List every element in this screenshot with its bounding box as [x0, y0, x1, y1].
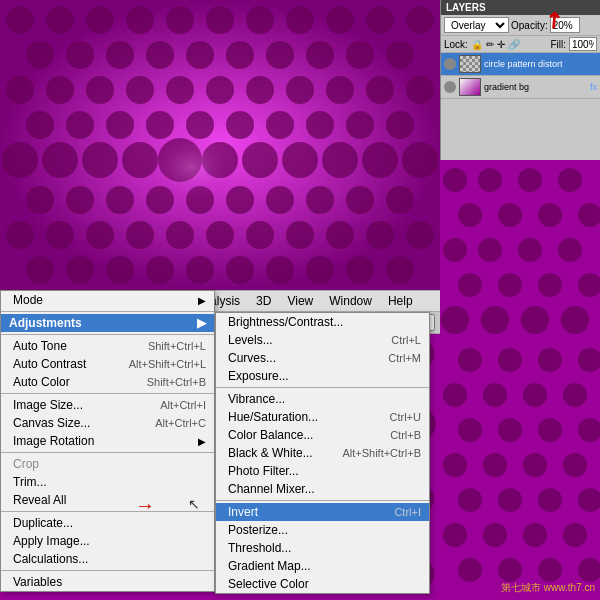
menu-item-canvas-size[interactable]: Canvas Size... Alt+Ctrl+C: [1, 414, 214, 432]
svg-point-185: [538, 348, 562, 372]
menu-split: Mode ▶ Adjustments ▶ Auto Tone Shift+Ctr…: [1, 291, 214, 591]
svg-point-24: [46, 76, 74, 104]
svg-point-188: [483, 383, 507, 407]
svg-point-19: [266, 41, 294, 69]
svg-point-174: [558, 238, 582, 262]
svg-point-22: [386, 41, 414, 69]
menu-item-calculations[interactable]: Calculations...: [1, 550, 214, 568]
adjustments-arrow: ▶: [197, 316, 206, 330]
svg-point-180: [481, 306, 509, 334]
dot-pattern-svg-top: [0, 0, 440, 290]
opacity-label: Opacity:: [511, 20, 548, 31]
svg-point-13: [26, 41, 54, 69]
submenu-posterize[interactable]: Posterize...: [216, 521, 429, 539]
svg-point-76: [26, 256, 54, 284]
svg-point-56: [66, 186, 94, 214]
sep3: [1, 393, 214, 394]
menu-item-duplicate[interactable]: Duplicate...: [1, 514, 214, 532]
svg-point-71: [246, 221, 274, 249]
svg-point-14: [66, 41, 94, 69]
menu-item-trim[interactable]: Trim...: [1, 473, 214, 491]
layer-item-circle[interactable]: circle pattern distort: [441, 53, 600, 76]
svg-point-166: [558, 168, 582, 192]
menu-item-crop[interactable]: Crop: [1, 455, 214, 473]
svg-point-201: [538, 488, 562, 512]
svg-point-204: [483, 523, 507, 547]
svg-point-206: [563, 523, 587, 547]
menu-item-auto-tone[interactable]: Auto Tone Shift+Ctrl+L: [1, 337, 214, 355]
svg-point-65: [6, 221, 34, 249]
move-icon[interactable]: ✛: [497, 39, 505, 50]
submenu-brightness[interactable]: Brightness/Contrast...: [216, 313, 429, 331]
sep4: [1, 452, 214, 453]
svg-point-66: [46, 221, 74, 249]
menu-item-auto-contrast[interactable]: Auto Contrast Alt+Shift+Ctrl+L: [1, 355, 214, 373]
fill-input[interactable]: [569, 37, 597, 51]
svg-point-168: [498, 203, 522, 227]
menu-item-apply-image[interactable]: Apply Image...: [1, 532, 214, 550]
menu-item-variables[interactable]: Variables: [1, 573, 214, 591]
opacity-input[interactable]: [550, 17, 580, 33]
svg-point-18: [226, 41, 254, 69]
svg-point-12: [406, 6, 434, 34]
menubar-item-window[interactable]: Window: [321, 292, 380, 310]
svg-point-193: [538, 418, 562, 442]
menu-item-image-rotation[interactable]: Image Rotation ▶: [1, 432, 214, 450]
svg-point-197: [523, 453, 547, 477]
submenu-levels[interactable]: Levels... Ctrl+L: [216, 331, 429, 349]
bottom-right-canvas: [440, 160, 600, 600]
submenu-invert[interactable]: Invert Ctrl+I: [216, 503, 429, 521]
svg-point-55: [26, 186, 54, 214]
layer-eye-1[interactable]: [444, 58, 456, 70]
svg-point-163: [443, 168, 467, 192]
svg-point-209: [538, 558, 562, 582]
menubar-item-3d[interactable]: 3D: [248, 292, 279, 310]
adjustments-submenu: Brightness/Contrast... Levels... Ctrl+L …: [215, 312, 430, 594]
svg-point-8: [246, 6, 274, 34]
svg-point-165: [518, 168, 542, 192]
submenu-selective-color[interactable]: Selective Color: [216, 575, 429, 593]
svg-point-189: [523, 383, 547, 407]
brush-icon[interactable]: ✏: [486, 39, 494, 50]
svg-point-43: [386, 111, 414, 139]
svg-point-25: [86, 76, 114, 104]
svg-point-83: [306, 256, 334, 284]
watermark: 第七城市 www.th7.cn: [501, 581, 595, 595]
menubar-item-view[interactable]: View: [279, 292, 321, 310]
menu-item-mode[interactable]: Mode ▶: [1, 291, 214, 309]
menu-item-image-size[interactable]: Image Size... Alt+Ctrl+I: [1, 396, 214, 414]
menu-item-reveal-all[interactable]: Reveal All: [1, 491, 214, 509]
submenu-curves[interactable]: Curves... Ctrl+M: [216, 349, 429, 367]
submenu-hue-sat[interactable]: Hue/Saturation... Ctrl+U: [216, 408, 429, 426]
lock-all-icon[interactable]: 🔗: [508, 39, 520, 50]
layer-item-gradient[interactable]: gradient bg fx: [441, 76, 600, 99]
svg-point-84: [346, 256, 374, 284]
svg-point-75: [406, 221, 434, 249]
submenu-channel-mixer[interactable]: Channel Mixer...: [216, 480, 429, 498]
svg-point-169: [538, 203, 562, 227]
svg-point-171: [443, 238, 467, 262]
submenu-vibrance[interactable]: Vibrance...: [216, 390, 429, 408]
svg-point-26: [126, 76, 154, 104]
blend-mode-select[interactable]: Overlay: [444, 17, 509, 33]
lock-icon[interactable]: 🔒: [471, 39, 483, 50]
svg-point-187: [443, 383, 467, 407]
svg-point-207: [458, 558, 482, 582]
svg-point-79: [146, 256, 174, 284]
layer-eye-2[interactable]: [444, 81, 456, 93]
svg-point-173: [518, 238, 542, 262]
submenu-threshold[interactable]: Threshold...: [216, 539, 429, 557]
menubar-item-help[interactable]: Help: [380, 292, 421, 310]
menu-item-auto-color[interactable]: Auto Color Shift+Ctrl+B: [1, 373, 214, 391]
svg-point-54: [402, 142, 438, 178]
layers-header: LAYERS: [441, 0, 600, 15]
svg-point-41: [306, 111, 334, 139]
submenu-photo-filter[interactable]: Photo Filter...: [216, 462, 429, 480]
layer-thumb-2: [459, 78, 481, 96]
submenu-black-white[interactable]: Black & White... Alt+Shift+Ctrl+B: [216, 444, 429, 462]
submenu-color-balance[interactable]: Color Balance... Ctrl+B: [216, 426, 429, 444]
submenu-gradient-map[interactable]: Gradient Map...: [216, 557, 429, 575]
submenu-exposure[interactable]: Exposure...: [216, 367, 429, 385]
mode-arrow: ▶: [198, 295, 206, 306]
adjustments-header[interactable]: Adjustments ▶: [1, 314, 214, 332]
